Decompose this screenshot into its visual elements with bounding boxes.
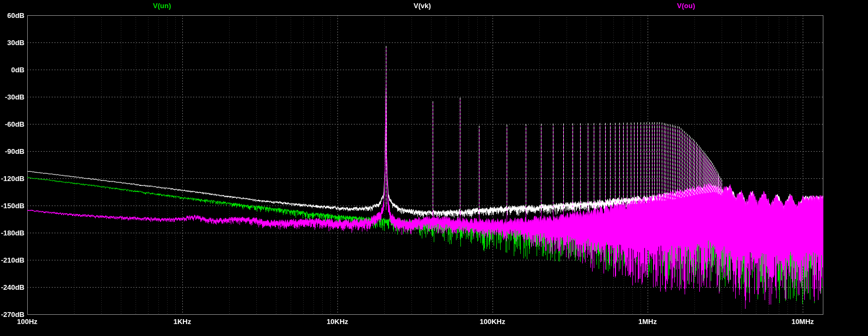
y-tick-label: -180dB xyxy=(0,229,24,237)
y-tick-label: 0dB xyxy=(0,66,24,74)
y-tick-label: -60dB xyxy=(0,120,24,128)
x-tick-label: 1KHz xyxy=(174,318,192,326)
legend-trace-vun[interactable]: V(un) xyxy=(153,2,171,10)
y-tick-label: -210dB xyxy=(0,256,24,264)
y-tick-label: -150dB xyxy=(0,202,24,210)
x-tick-label: 10MHz xyxy=(791,318,814,326)
legend-trace-vvk[interactable]: V(vk) xyxy=(414,2,431,10)
y-tick-label: 30dB xyxy=(0,39,24,47)
x-tick-label: 1MHz xyxy=(638,318,657,326)
plot-canvas[interactable] xyxy=(0,0,868,336)
y-tick-label: -120dB xyxy=(0,175,24,183)
x-tick-label: 100Hz xyxy=(17,318,38,326)
y-tick-label: 60dB xyxy=(0,11,24,20)
y-tick-label: -240dB xyxy=(0,283,24,291)
x-tick-label: 10KHz xyxy=(327,318,348,326)
y-tick-label: -30dB xyxy=(0,93,24,101)
legend-trace-vou[interactable]: V(ou) xyxy=(677,2,695,10)
y-tick-label: -90dB xyxy=(0,147,24,155)
x-tick-label: 100KHz xyxy=(480,318,506,326)
waveform-viewer: 60dB30dB0dB-30dB-60dB-90dB-120dB-150dB-1… xyxy=(0,0,868,336)
